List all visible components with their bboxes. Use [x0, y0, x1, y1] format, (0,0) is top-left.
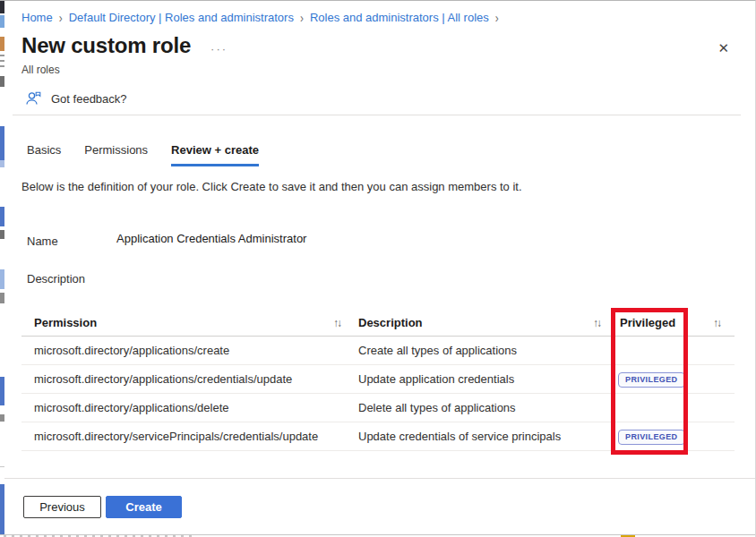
cell-permission: microsoft.directory/applications/create — [21, 344, 353, 357]
breadcrumb-home[interactable]: Home — [21, 11, 53, 24]
name-label: Name — [27, 234, 58, 248]
cell-description: Update application credentials — [353, 372, 609, 386]
name-value: Application Credentials Administrator — [116, 232, 306, 245]
sort-icon[interactable]: ↑↓ — [333, 317, 340, 329]
table-row: microsoft.directory/applications/credent… — [21, 365, 735, 394]
feedback-label: Got feedback? — [51, 92, 127, 106]
breadcrumb-all-roles[interactable]: Roles and administrators | All roles — [310, 11, 489, 24]
table-row: microsoft.directory/applications/delete … — [21, 394, 735, 422]
header-divider — [13, 115, 741, 115]
permissions-table-body: microsoft.directory/applications/create … — [21, 337, 735, 451]
cell-permission: microsoft.directory/servicePrincipals/cr… — [21, 430, 353, 443]
chevron-right-icon: › — [495, 10, 499, 26]
privileged-badge: PRIVILEGED — [618, 430, 685, 445]
previous-button[interactable]: Previous — [23, 496, 101, 518]
breadcrumb: Home › Default Directory | Roles and adm… — [21, 11, 499, 24]
column-header-privileged[interactable]: Privileged — [620, 316, 675, 329]
got-feedback-button[interactable]: Got feedback? — [25, 90, 127, 107]
description-label: Description — [27, 272, 85, 286]
chevron-right-icon: › — [59, 10, 63, 26]
breadcrumb-roles-admins[interactable]: Default Directory | Roles and administra… — [69, 11, 294, 24]
privileged-badge: PRIVILEGED — [618, 372, 685, 388]
permissions-table: Permission ↑↓ Description ↑↓ Privileged … — [21, 310, 735, 451]
new-custom-role-panel: Home › Default Directory | Roles and adm… — [0, 0, 756, 537]
intro-text: Below is the definition of your role. Cl… — [21, 180, 719, 193]
more-options-icon[interactable]: ··· — [210, 42, 228, 55]
cell-description: Delete all types of applications — [353, 401, 609, 414]
chevron-right-icon: › — [300, 10, 304, 26]
table-row: microsoft.directory/applications/create … — [21, 337, 735, 365]
close-icon[interactable]: ✕ — [717, 40, 729, 56]
page-title: New custom role — [21, 33, 191, 58]
cell-permission: microsoft.directory/applications/credent… — [21, 372, 353, 386]
column-header-description[interactable]: Description — [358, 316, 423, 329]
footer-divider — [0, 478, 756, 479]
tab-basics[interactable]: Basics — [27, 142, 61, 166]
sort-icon[interactable]: ↑↓ — [593, 317, 600, 329]
table-header-row: Permission ↑↓ Description ↑↓ Privileged … — [21, 310, 735, 337]
cell-permission: microsoft.directory/applications/delete — [21, 401, 353, 414]
feedback-person-icon — [25, 90, 42, 107]
cell-privileged: PRIVILEGED — [609, 429, 699, 445]
table-row: microsoft.directory/servicePrincipals/cr… — [21, 422, 735, 451]
column-header-permission[interactable]: Permission — [34, 316, 97, 329]
cell-privileged: PRIVILEGED — [609, 371, 699, 388]
tab-review-create[interactable]: Review + create — [171, 142, 259, 166]
page-subtitle: All roles — [21, 64, 60, 76]
cell-description: Update credentials of service principals — [353, 430, 609, 443]
tab-permissions[interactable]: Permissions — [84, 142, 148, 166]
cell-description: Create all types of applications — [353, 344, 609, 357]
create-button[interactable]: Create — [106, 496, 182, 518]
sort-icon[interactable]: ↑↓ — [713, 317, 720, 329]
wizard-tabs: Basics Permissions Review + create — [27, 142, 259, 166]
left-edge-artifact — [0, 1, 4, 537]
